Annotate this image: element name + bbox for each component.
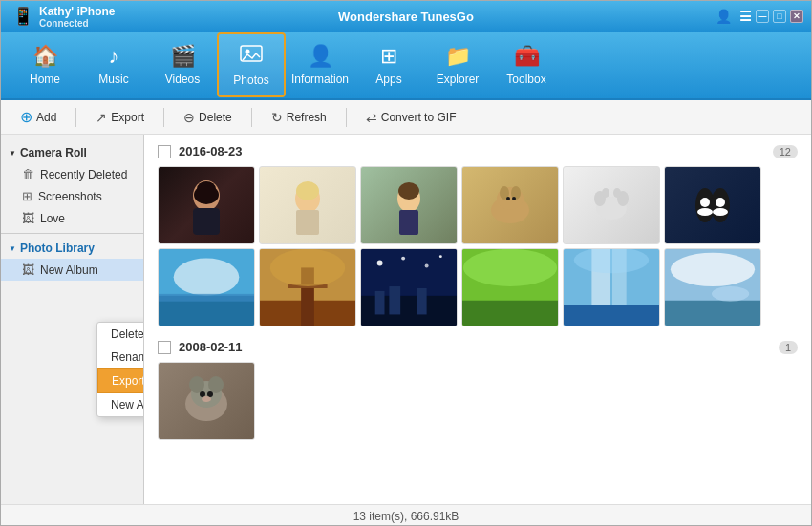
convert-gif-button[interactable]: ⇄ Convert to GIF bbox=[356, 106, 466, 129]
nav-photos[interactable]: Photos bbox=[217, 32, 286, 97]
album-header-2008: 2008-02-11 1 bbox=[158, 340, 798, 354]
delete-icon: ⊖ bbox=[183, 110, 195, 125]
photos-icon bbox=[240, 43, 263, 70]
svg-point-64 bbox=[207, 391, 213, 397]
sidebar-item-love[interactable]: 🖼 Love bbox=[1, 207, 143, 229]
svg-point-26 bbox=[716, 198, 725, 207]
photo-thumb-p2[interactable] bbox=[259, 166, 356, 244]
nav-information[interactable]: 👤 Information bbox=[286, 32, 354, 97]
content-area: 2016-08-23 12 bbox=[144, 135, 811, 504]
main-layout: ▼ Camera Roll 🗑 Recently Deleted ⊞ Scree… bbox=[1, 135, 811, 504]
album-header-2016: 2016-08-23 12 bbox=[158, 144, 798, 158]
svg-rect-10 bbox=[399, 210, 418, 235]
context-new-album[interactable]: New Album bbox=[97, 393, 144, 416]
photo-thumb-p12[interactable] bbox=[664, 248, 761, 326]
status-bar: 13 item(s), 666.91kB bbox=[1, 504, 811, 526]
nav-toolbox-label: Toolbox bbox=[506, 73, 545, 86]
nav-home-label: Home bbox=[30, 73, 60, 86]
camera-roll-section[interactable]: ▼ Camera Roll bbox=[1, 142, 143, 163]
nav-explorer[interactable]: 📁 Explorer bbox=[423, 32, 492, 97]
album-header-left-2008: 2008-02-11 bbox=[158, 340, 243, 354]
device-name: Kathy' iPhone bbox=[39, 5, 116, 18]
user-icon[interactable]: 👤 bbox=[716, 9, 732, 24]
svg-point-17 bbox=[512, 197, 516, 200]
photo-thumb-p5[interactable] bbox=[563, 166, 660, 244]
photo-thumb-p7[interactable] bbox=[158, 248, 255, 326]
photo-inner-p10 bbox=[462, 249, 558, 326]
photo-thumb-p11[interactable] bbox=[563, 248, 660, 326]
svg-rect-32 bbox=[159, 294, 254, 302]
nav-explorer-label: Explorer bbox=[437, 73, 480, 86]
menu-icon[interactable]: ☰ bbox=[739, 9, 752, 24]
minimize-button[interactable]: — bbox=[756, 10, 769, 23]
photo-grid-2008 bbox=[158, 362, 798, 440]
sidebar-item-screenshots[interactable]: ⊞ Screenshots bbox=[1, 185, 143, 207]
add-button[interactable]: ⊕ Add bbox=[11, 104, 66, 130]
album-checkbox-2008[interactable] bbox=[158, 341, 171, 354]
album-count-2016: 12 bbox=[773, 145, 798, 158]
photo-grid-2016 bbox=[158, 166, 798, 326]
love-label: Love bbox=[40, 212, 65, 225]
photo-thumb-p10[interactable] bbox=[461, 248, 559, 326]
photo-inner-p8 bbox=[260, 249, 355, 326]
context-rename[interactable]: Rename bbox=[97, 346, 144, 368]
photo-thumb-p6[interactable] bbox=[664, 166, 761, 244]
photo-thumb-p4[interactable] bbox=[461, 166, 559, 244]
videos-icon: 🎬 bbox=[170, 44, 196, 69]
delete-button[interactable]: ⊖ Delete bbox=[174, 106, 242, 129]
convert-gif-icon: ⇄ bbox=[366, 110, 377, 125]
new-album-label: New Album bbox=[40, 263, 98, 277]
svg-point-37 bbox=[270, 249, 345, 286]
device-status: Connected bbox=[39, 18, 116, 29]
photo-thumb-p3[interactable] bbox=[360, 166, 458, 244]
nav-home[interactable]: 🏠 Home bbox=[11, 32, 79, 97]
svg-rect-57 bbox=[665, 301, 760, 326]
love-icon: 🖼 bbox=[22, 211, 34, 225]
nav-videos[interactable]: 🎬 Videos bbox=[148, 32, 217, 97]
svg-rect-44 bbox=[375, 291, 385, 315]
export-button[interactable]: ↗ Export bbox=[86, 106, 154, 129]
album-checkbox-2016[interactable] bbox=[158, 145, 171, 158]
sidebar-item-new-album[interactable]: 🖼 New Album bbox=[1, 259, 143, 281]
photo-thumb-p1[interactable] bbox=[158, 166, 255, 244]
photo-library-label: Photo Library bbox=[20, 242, 95, 255]
svg-point-54 bbox=[574, 248, 649, 273]
album-date-2008: 2008-02-11 bbox=[179, 340, 243, 354]
nav-music[interactable]: ♪ Music bbox=[79, 32, 148, 97]
refresh-label: Refresh bbox=[287, 111, 327, 124]
toolbar-sep-4 bbox=[346, 108, 347, 127]
svg-point-11 bbox=[398, 182, 419, 200]
svg-rect-49 bbox=[462, 301, 558, 326]
toolbar-sep-2 bbox=[163, 108, 164, 127]
photo-thumb-p9[interactable] bbox=[360, 248, 458, 326]
toolbox-icon: 🧰 bbox=[514, 44, 540, 69]
photo-library-section[interactable]: ▼ Photo Library bbox=[1, 238, 143, 259]
svg-point-65 bbox=[202, 396, 211, 402]
svg-point-5 bbox=[194, 185, 219, 204]
svg-rect-46 bbox=[417, 288, 427, 314]
maximize-button[interactable]: □ bbox=[773, 10, 786, 23]
nav-toolbox[interactable]: 🧰 Toolbox bbox=[492, 32, 561, 97]
photo-thumb-p13[interactable] bbox=[158, 362, 255, 440]
home-icon: 🏠 bbox=[32, 44, 58, 69]
convert-gif-label: Convert to GIF bbox=[381, 111, 457, 124]
screenshots-label: Screenshots bbox=[38, 190, 102, 203]
title-bar: 📱 Kathy' iPhone Connected Wondershare Tu… bbox=[1, 1, 811, 32]
context-export-to-pc[interactable]: Export to PC bbox=[97, 368, 144, 393]
svg-rect-53 bbox=[564, 305, 659, 326]
close-button[interactable]: ✕ bbox=[790, 10, 803, 23]
app-title: Wondershare TunesGo bbox=[338, 10, 474, 24]
svg-point-58 bbox=[712, 286, 749, 302]
context-delete[interactable]: Delete bbox=[97, 323, 144, 346]
status-text: 13 item(s), 666.91kB bbox=[353, 510, 459, 523]
photo-thumb-p8[interactable] bbox=[259, 248, 356, 326]
photo-inner-p12 bbox=[665, 249, 760, 326]
nav-apps[interactable]: ⊞ Apps bbox=[354, 32, 423, 97]
svg-point-1 bbox=[246, 50, 250, 54]
svg-rect-7 bbox=[296, 210, 319, 235]
svg-point-43 bbox=[439, 255, 442, 258]
music-icon: ♪ bbox=[109, 44, 119, 69]
sidebar-item-recently-deleted[interactable]: 🗑 Recently Deleted bbox=[1, 163, 143, 185]
refresh-button[interactable]: ↻ Refresh bbox=[262, 106, 336, 129]
photo-inner-p4 bbox=[462, 167, 558, 243]
